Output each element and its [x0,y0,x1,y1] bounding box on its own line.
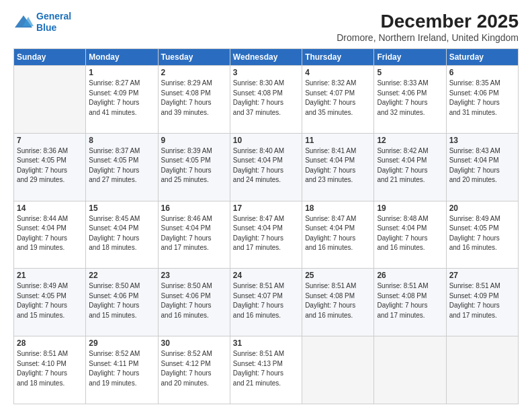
day-cell [14,66,86,134]
day-cell: 29Sunrise: 8:52 AM Sunset: 4:11 PM Dayli… [86,336,158,404]
title-block: December 2025 Dromore, Northern Ireland,… [337,11,519,43]
day-info: Sunrise: 8:52 AM Sunset: 4:12 PM Dayligh… [161,349,227,388]
day-number: 8 [89,136,154,145]
day-cell: 27Sunrise: 8:51 AM Sunset: 4:09 PM Dayli… [446,269,518,336]
day-cell: 26Sunrise: 8:51 AM Sunset: 4:08 PM Dayli… [374,269,446,336]
weekday-tuesday: Tuesday [158,49,230,66]
day-info: Sunrise: 8:43 AM Sunset: 4:04 PM Dayligh… [449,146,515,185]
day-cell: 11Sunrise: 8:41 AM Sunset: 4:04 PM Dayli… [302,133,374,201]
day-info: Sunrise: 8:51 AM Sunset: 4:07 PM Dayligh… [233,281,299,320]
day-info: Sunrise: 8:42 AM Sunset: 4:04 PM Dayligh… [377,146,443,185]
day-number: 20 [449,203,515,213]
day-number: 17 [233,203,299,213]
logo-line2: Blue [36,22,56,33]
week-row-4: 21Sunrise: 8:49 AM Sunset: 4:05 PM Dayli… [14,269,519,336]
day-cell: 20Sunrise: 8:49 AM Sunset: 4:05 PM Dayli… [446,201,518,269]
calendar-header: SundayMondayTuesdayWednesdayThursdayFrid… [14,49,519,66]
day-number: 2 [161,68,227,77]
day-number: 4 [305,68,371,77]
day-number: 26 [377,271,443,280]
day-cell: 15Sunrise: 8:45 AM Sunset: 4:04 PM Dayli… [86,201,158,269]
day-cell [374,336,446,404]
day-cell: 30Sunrise: 8:52 AM Sunset: 4:12 PM Dayli… [158,336,230,404]
day-cell: 17Sunrise: 8:47 AM Sunset: 4:04 PM Dayli… [230,201,302,269]
day-cell: 14Sunrise: 8:44 AM Sunset: 4:04 PM Dayli… [14,201,86,269]
day-number: 6 [449,68,515,77]
day-cell: 22Sunrise: 8:50 AM Sunset: 4:06 PM Dayli… [86,269,158,336]
weekday-friday: Friday [374,49,446,66]
day-info: Sunrise: 8:44 AM Sunset: 4:04 PM Dayligh… [17,214,83,253]
day-info: Sunrise: 8:51 AM Sunset: 4:09 PM Dayligh… [449,281,515,320]
day-info: Sunrise: 8:40 AM Sunset: 4:04 PM Dayligh… [233,146,299,185]
day-number: 11 [305,136,371,145]
calendar-body: 1Sunrise: 8:27 AM Sunset: 4:09 PM Daylig… [14,66,519,404]
day-info: Sunrise: 8:46 AM Sunset: 4:04 PM Dayligh… [161,214,227,253]
header: General Blue December 2025 Dromore, Nort… [13,11,519,43]
logo-icon [13,14,34,30]
week-row-2: 7Sunrise: 8:36 AM Sunset: 4:05 PM Daylig… [14,133,519,201]
day-cell: 25Sunrise: 8:51 AM Sunset: 4:08 PM Dayli… [302,269,374,336]
day-cell: 31Sunrise: 8:51 AM Sunset: 4:13 PM Dayli… [230,336,302,404]
logo-text: General Blue [36,11,71,34]
day-cell: 2Sunrise: 8:29 AM Sunset: 4:08 PM Daylig… [158,66,230,134]
day-number: 19 [377,203,443,213]
day-number: 29 [89,338,154,348]
day-cell: 6Sunrise: 8:35 AM Sunset: 4:06 PM Daylig… [446,66,518,134]
day-info: Sunrise: 8:52 AM Sunset: 4:11 PM Dayligh… [89,349,154,388]
day-number: 3 [233,68,299,77]
day-info: Sunrise: 8:51 AM Sunset: 4:08 PM Dayligh… [377,281,443,320]
day-cell: 12Sunrise: 8:42 AM Sunset: 4:04 PM Dayli… [374,133,446,201]
day-cell: 24Sunrise: 8:51 AM Sunset: 4:07 PM Dayli… [230,269,302,336]
day-info: Sunrise: 8:47 AM Sunset: 4:04 PM Dayligh… [233,214,299,253]
weekday-header-row: SundayMondayTuesdayWednesdayThursdayFrid… [14,49,519,66]
day-number: 15 [89,203,154,213]
day-info: Sunrise: 8:45 AM Sunset: 4:04 PM Dayligh… [89,214,154,253]
day-info: Sunrise: 8:47 AM Sunset: 4:04 PM Dayligh… [305,214,371,253]
day-cell: 28Sunrise: 8:51 AM Sunset: 4:10 PM Dayli… [14,336,86,404]
day-info: Sunrise: 8:27 AM Sunset: 4:09 PM Dayligh… [89,79,154,118]
day-info: Sunrise: 8:36 AM Sunset: 4:05 PM Dayligh… [17,146,83,185]
calendar: SundayMondayTuesdayWednesdayThursdayFrid… [13,48,519,404]
day-info: Sunrise: 8:50 AM Sunset: 4:06 PM Dayligh… [161,281,227,320]
day-number: 9 [161,136,227,145]
day-number: 14 [17,203,83,213]
day-info: Sunrise: 8:51 AM Sunset: 4:08 PM Dayligh… [305,281,371,320]
day-info: Sunrise: 8:35 AM Sunset: 4:06 PM Dayligh… [449,79,515,118]
day-number: 28 [17,338,83,348]
day-cell: 8Sunrise: 8:37 AM Sunset: 4:05 PM Daylig… [86,133,158,201]
day-number: 31 [233,338,299,348]
page: General Blue December 2025 Dromore, Nort… [0,0,532,411]
day-cell: 16Sunrise: 8:46 AM Sunset: 4:04 PM Dayli… [158,201,230,269]
main-title: December 2025 [337,11,519,32]
day-cell: 19Sunrise: 8:48 AM Sunset: 4:04 PM Dayli… [374,201,446,269]
day-number: 1 [89,68,154,77]
week-row-1: 1Sunrise: 8:27 AM Sunset: 4:09 PM Daylig… [14,66,519,134]
day-cell: 3Sunrise: 8:30 AM Sunset: 4:08 PM Daylig… [230,66,302,134]
day-info: Sunrise: 8:33 AM Sunset: 4:06 PM Dayligh… [377,79,443,118]
day-number: 24 [233,271,299,280]
day-info: Sunrise: 8:48 AM Sunset: 4:04 PM Dayligh… [377,214,443,253]
day-info: Sunrise: 8:51 AM Sunset: 4:13 PM Dayligh… [233,349,299,388]
day-info: Sunrise: 8:41 AM Sunset: 4:04 PM Dayligh… [305,146,371,185]
logo: General Blue [13,11,71,34]
day-cell: 5Sunrise: 8:33 AM Sunset: 4:06 PM Daylig… [374,66,446,134]
day-cell [302,336,374,404]
day-cell: 9Sunrise: 8:39 AM Sunset: 4:05 PM Daylig… [158,133,230,201]
day-info: Sunrise: 8:29 AM Sunset: 4:08 PM Dayligh… [161,79,227,118]
day-number: 21 [17,271,83,280]
day-number: 10 [233,136,299,145]
day-cell: 1Sunrise: 8:27 AM Sunset: 4:09 PM Daylig… [86,66,158,134]
weekday-sunday: Sunday [14,49,86,66]
weekday-saturday: Saturday [446,49,518,66]
weekday-wednesday: Wednesday [230,49,302,66]
day-info: Sunrise: 8:49 AM Sunset: 4:05 PM Dayligh… [449,214,515,253]
day-number: 18 [305,203,371,213]
logo-line1: General [36,11,71,21]
day-info: Sunrise: 8:50 AM Sunset: 4:06 PM Dayligh… [89,281,154,320]
day-number: 16 [161,203,227,213]
day-info: Sunrise: 8:39 AM Sunset: 4:05 PM Dayligh… [161,146,227,185]
week-row-5: 28Sunrise: 8:51 AM Sunset: 4:10 PM Dayli… [14,336,519,404]
day-cell: 7Sunrise: 8:36 AM Sunset: 4:05 PM Daylig… [14,133,86,201]
day-cell: 13Sunrise: 8:43 AM Sunset: 4:04 PM Dayli… [446,133,518,201]
day-cell: 18Sunrise: 8:47 AM Sunset: 4:04 PM Dayli… [302,201,374,269]
